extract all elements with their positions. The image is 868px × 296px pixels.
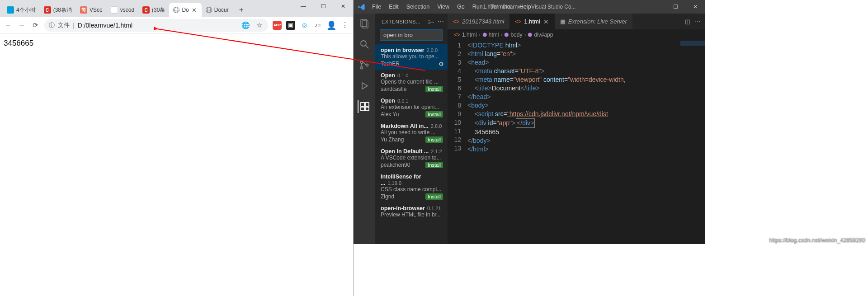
- page-content: 3456665: [0, 33, 353, 296]
- close-button[interactable]: ✕: [333, 0, 353, 13]
- editor-tab-active[interactable]: <>1.html✕: [509, 14, 554, 29]
- bilibili-icon: [7, 6, 14, 14]
- search-icon[interactable]: [358, 38, 371, 51]
- bookmark-icon[interactable]: ☆: [255, 21, 264, 30]
- install-button[interactable]: Install: [425, 193, 443, 200]
- extensions-icon[interactable]: [358, 100, 370, 113]
- translate-icon[interactable]: 🌐: [241, 21, 250, 30]
- browser-tab[interactable]: C(38条消: [40, 3, 76, 17]
- tab-title: Do: [182, 7, 189, 13]
- maximize-button[interactable]: ☐: [665, 0, 685, 14]
- minimize-button[interactable]: —: [293, 0, 313, 13]
- tab-label: 1.html: [524, 18, 540, 25]
- extension-item[interactable]: IntelliSense for ...1.19.0 CSS class nam…: [375, 171, 448, 202]
- more-icon[interactable]: ⋯: [695, 18, 701, 25]
- back-button[interactable]: ←: [4, 21, 13, 30]
- vscode-titlebar: File Edit Selection View Go Run Terminal…: [354, 0, 705, 14]
- html-file-icon: <>: [454, 32, 460, 38]
- extension-icon[interactable]: ◎: [300, 21, 309, 30]
- abp-icon[interactable]: ABP: [273, 21, 282, 30]
- svg-rect-8: [361, 103, 364, 106]
- extension-list[interactable]: open in browser2.0.0 This allows you to …: [375, 44, 448, 244]
- sidebar-title: EXTENSIONS...: [382, 19, 421, 24]
- tag-icon: ⬢: [528, 32, 532, 38]
- menu-edit[interactable]: Edit: [386, 2, 402, 12]
- address-bar[interactable]: ⓘ 文件 | D:/0learnvue/1.html 🌐 ☆: [44, 19, 268, 32]
- editor-group: <>201917343.html <>1.html✕ ▦Extension: L…: [448, 14, 705, 244]
- svg-point-2: [361, 41, 366, 46]
- browser-tab[interactable]: 简VSco: [76, 3, 107, 17]
- code-editor[interactable]: 12345678910111213 <!DOCTYPE html> <html …: [448, 40, 705, 244]
- minimize-button[interactable]: —: [646, 0, 665, 14]
- extension-item[interactable]: Open In Default ...2.1.2 A VSCode extens…: [375, 146, 448, 171]
- extensions-area: ABP ▣ ◎ ♪≡ 👤 ⋮: [273, 21, 349, 30]
- browser-tab[interactable]: C(30条: [138, 3, 169, 17]
- menu-view[interactable]: View: [434, 2, 453, 12]
- source-control-icon[interactable]: [358, 59, 371, 71]
- extension-item[interactable]: open in browser2.0.0 This allows you to …: [375, 44, 448, 70]
- svg-point-4: [361, 61, 363, 64]
- sidebar-panel: EXTENSIONS... ⫶⋯ ⋯ open in browser2.0.0 …: [375, 14, 448, 244]
- media-icon[interactable]: ♪≡: [313, 21, 322, 30]
- browser-window: 4个小时 C(38条消 简VSco vscod C(30条 Do✕ Docur …: [0, 0, 354, 296]
- editor-tabbar: <>201917343.html <>1.html✕ ▦Extension: L…: [448, 14, 705, 29]
- close-icon[interactable]: ✕: [191, 7, 198, 13]
- split-editor-icon[interactable]: ◫: [685, 18, 690, 25]
- browser-tab[interactable]: Docur: [202, 3, 233, 17]
- profile-icon[interactable]: 👤: [327, 21, 336, 30]
- editor-tab[interactable]: <>201917343.html: [448, 14, 509, 29]
- minimap[interactable]: [680, 41, 705, 81]
- install-button[interactable]: Install: [425, 162, 443, 168]
- jianshu-icon: 简: [80, 6, 87, 14]
- close-icon[interactable]: ✕: [543, 19, 549, 25]
- svg-rect-11: [365, 103, 369, 106]
- globe-icon: [206, 7, 212, 13]
- svg-marker-7: [362, 83, 368, 89]
- browser-toolbar: ← → ⟳ ⓘ 文件 | D:/0learnvue/1.html 🌐 ☆ ABP…: [0, 17, 353, 33]
- install-button[interactable]: Install: [425, 136, 443, 143]
- baidu-icon: [111, 6, 118, 14]
- tag-icon: ⬢: [504, 32, 509, 38]
- menu-icon[interactable]: ⋮: [340, 21, 349, 30]
- filter-icon[interactable]: ⫶⋯: [427, 18, 434, 25]
- explorer-icon[interactable]: [358, 17, 371, 30]
- extension-item[interactable]: open-in-browser0.1.21 Preview HTML file …: [375, 202, 448, 221]
- site-info-icon[interactable]: ⓘ: [49, 21, 55, 29]
- breadcrumbs[interactable]: <>1.html ›⬢html ›⬢body ›⬢div#app: [448, 29, 705, 40]
- tab-label: Extension: Live Server: [568, 18, 627, 25]
- install-button[interactable]: Install: [425, 86, 443, 92]
- browser-tab[interactable]: 4个小时: [3, 3, 40, 17]
- url-text: D:/0learnvue/1.html: [78, 22, 132, 29]
- csdn-icon: C: [142, 6, 150, 14]
- menu-selection[interactable]: Selection: [403, 2, 433, 12]
- tab-title: VSco: [90, 7, 103, 13]
- extension-icon[interactable]: ▣: [286, 21, 295, 30]
- extension-icon: ▦: [560, 18, 566, 25]
- menu-go[interactable]: Go: [454, 2, 468, 12]
- menu-file[interactable]: File: [369, 2, 384, 12]
- forward-button[interactable]: →: [17, 21, 26, 30]
- browser-tab[interactable]: vscod: [107, 3, 138, 17]
- debug-icon[interactable]: [358, 80, 371, 92]
- editor-tab[interactable]: ▦Extension: Live Server: [555, 14, 632, 29]
- svg-point-5: [361, 67, 363, 69]
- line-gutter: 12345678910111213: [448, 41, 467, 244]
- extension-item[interactable]: Markdown All in...2.8.0 All you need to …: [375, 120, 448, 146]
- extension-search-input[interactable]: [380, 29, 443, 41]
- extension-item[interactable]: Open0.0.1 An extension for openi... Alex…: [375, 95, 448, 120]
- code-content[interactable]: <!DOCTYPE html> <html lang="en"> <head> …: [467, 41, 626, 244]
- extension-item[interactable]: Open0.1.0 Opens the current file ... san…: [375, 70, 448, 95]
- html-file-icon: <>: [515, 19, 521, 25]
- svg-point-6: [366, 64, 368, 66]
- close-button[interactable]: ✕: [685, 0, 705, 14]
- more-icon[interactable]: ⋯: [438, 18, 444, 25]
- reload-button[interactable]: ⟳: [31, 21, 40, 30]
- page-text: 3456665: [4, 39, 33, 47]
- install-button[interactable]: Install: [425, 111, 443, 117]
- vscode-logo-icon: [354, 3, 369, 11]
- browser-tab-active[interactable]: Do✕: [169, 3, 201, 17]
- tab-title: vscod: [120, 7, 134, 13]
- maximize-button[interactable]: ☐: [313, 0, 333, 13]
- newtab-button[interactable]: +: [236, 4, 247, 16]
- svg-line-3: [366, 46, 368, 48]
